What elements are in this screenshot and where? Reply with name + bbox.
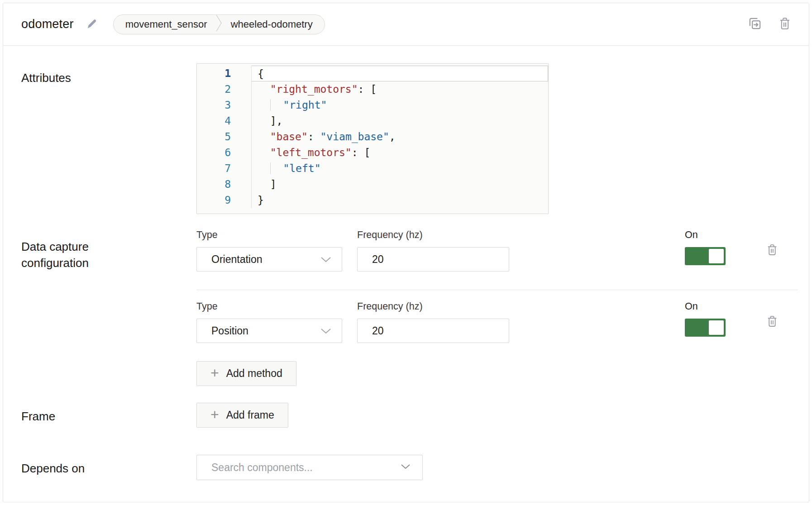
component-name: odometer bbox=[21, 17, 74, 31]
type-field: Type Position bbox=[196, 301, 342, 343]
capture-method-row: Type Position Frequency (hz) On bbox=[196, 301, 798, 343]
attributes-label: Attributes bbox=[21, 63, 196, 86]
data-capture-rows: Type Orientation Frequency (hz) bbox=[196, 229, 798, 386]
code-line: 2 "right_motors": [ bbox=[197, 81, 548, 97]
plus-icon: + bbox=[210, 366, 219, 380]
trash-icon bbox=[779, 17, 791, 32]
duplicate-icon bbox=[747, 16, 763, 33]
add-method-label: Add method bbox=[226, 367, 282, 380]
attributes-json-editor[interactable]: 1{2 "right_motors": [3 "right"4 ],5 "bas… bbox=[196, 63, 549, 214]
chevron-down-icon bbox=[401, 463, 411, 472]
code-line: 8 ] bbox=[197, 176, 548, 192]
add-frame-label: Add frame bbox=[226, 409, 274, 421]
chevron-down-icon bbox=[320, 325, 332, 337]
code-line: 3 "right" bbox=[197, 97, 548, 113]
attributes-section: Attributes 1{2 "right_motors": [3 "right… bbox=[21, 63, 798, 214]
code-line: 9} bbox=[197, 192, 548, 208]
capture-method-row: Type Orientation Frequency (hz) bbox=[196, 229, 798, 272]
type-dropdown[interactable]: Orientation bbox=[196, 247, 342, 272]
line-number: 5 bbox=[197, 129, 252, 145]
frequency-field: Frequency (hz) bbox=[357, 229, 509, 272]
component-body: Attributes 1{2 "right_motors": [3 "right… bbox=[3, 46, 809, 502]
delete-method-button[interactable] bbox=[764, 229, 781, 250]
toggle-label: On bbox=[685, 301, 726, 312]
line-number: 9 bbox=[197, 192, 252, 208]
code-line: 1{ bbox=[197, 66, 548, 81]
delete-component-button[interactable] bbox=[776, 16, 793, 33]
line-number: 2 bbox=[197, 81, 252, 97]
code-text: "right_motors": [ bbox=[252, 81, 548, 97]
code-text: "right" bbox=[252, 97, 548, 113]
edit-name-button[interactable] bbox=[86, 18, 98, 31]
toggle-knob bbox=[709, 320, 724, 335]
code-line: 6 "left_motors": [ bbox=[197, 145, 548, 161]
line-number: 4 bbox=[197, 113, 252, 129]
trash-icon bbox=[766, 243, 778, 257]
code-text: } bbox=[252, 192, 548, 208]
frequency-label: Frequency (hz) bbox=[357, 229, 509, 241]
capture-toggle-field: On bbox=[685, 229, 726, 265]
code-text: ] bbox=[252, 176, 548, 192]
pencil-icon bbox=[86, 18, 98, 31]
code-text: "left" bbox=[252, 161, 548, 176]
capture-on-toggle[interactable] bbox=[685, 319, 726, 337]
capture-on-toggle[interactable] bbox=[685, 247, 726, 265]
frequency-input[interactable] bbox=[357, 319, 509, 343]
row-divider bbox=[196, 290, 798, 290]
code-line: 4 ], bbox=[197, 113, 548, 129]
frame-section: Frame + Add frame bbox=[21, 403, 798, 428]
code-line: 5 "base": "viam_base", bbox=[197, 129, 548, 145]
type-selected-value: Orientation bbox=[211, 253, 263, 266]
depends-on-label: Depends on bbox=[21, 455, 196, 476]
code-line: 7 "left" bbox=[197, 161, 548, 176]
frame-label: Frame bbox=[21, 403, 196, 424]
duplicate-component-button[interactable] bbox=[746, 16, 764, 33]
trash-icon bbox=[766, 315, 778, 329]
search-components-input[interactable] bbox=[197, 455, 401, 480]
toggle-knob bbox=[709, 249, 724, 263]
type-label: Type bbox=[196, 229, 342, 241]
type-label: Type bbox=[196, 301, 342, 312]
chevron-right-icon bbox=[215, 13, 223, 36]
code-text: "left_motors": [ bbox=[252, 145, 548, 161]
line-number: 3 bbox=[197, 97, 252, 113]
frequency-field: Frequency (hz) bbox=[357, 301, 509, 343]
frequency-label: Frequency (hz) bbox=[357, 301, 509, 312]
type-field: Type Orientation bbox=[196, 229, 342, 272]
add-frame-button[interactable]: + Add frame bbox=[196, 403, 288, 428]
plus-icon: + bbox=[210, 407, 219, 422]
line-number: 6 bbox=[197, 145, 252, 161]
data-capture-label: Data capture configuration bbox=[21, 229, 134, 271]
line-number: 1 bbox=[197, 66, 252, 81]
depends-on-section: Depends on bbox=[21, 455, 798, 480]
toggle-label: On bbox=[685, 229, 726, 241]
line-number: 7 bbox=[197, 161, 252, 176]
type-selected-value: Position bbox=[211, 325, 248, 337]
component-header: odometer movement_sensor wheeled-odometr… bbox=[3, 3, 809, 46]
code-text: { bbox=[252, 66, 548, 81]
depends-on-dropdown[interactable] bbox=[196, 455, 423, 480]
data-capture-section: Data capture configuration Type Orientat… bbox=[21, 229, 798, 386]
code-text: "base": "viam_base", bbox=[252, 129, 548, 145]
bottom-padding bbox=[21, 480, 798, 496]
component-model: wheeled-odometry bbox=[231, 19, 313, 30]
component-type: movement_sensor bbox=[125, 19, 207, 30]
type-model-badge: movement_sensor wheeled-odometry bbox=[113, 14, 325, 34]
chevron-down-icon bbox=[320, 253, 332, 266]
component-card: odometer movement_sensor wheeled-odometr… bbox=[3, 3, 809, 502]
line-number: 8 bbox=[197, 176, 252, 192]
delete-method-button[interactable] bbox=[764, 301, 781, 322]
frequency-input[interactable] bbox=[357, 247, 509, 272]
type-dropdown[interactable]: Position bbox=[196, 319, 342, 343]
add-method-button[interactable]: + Add method bbox=[196, 361, 296, 386]
code-text: ], bbox=[252, 113, 548, 129]
capture-toggle-field: On bbox=[685, 301, 726, 337]
